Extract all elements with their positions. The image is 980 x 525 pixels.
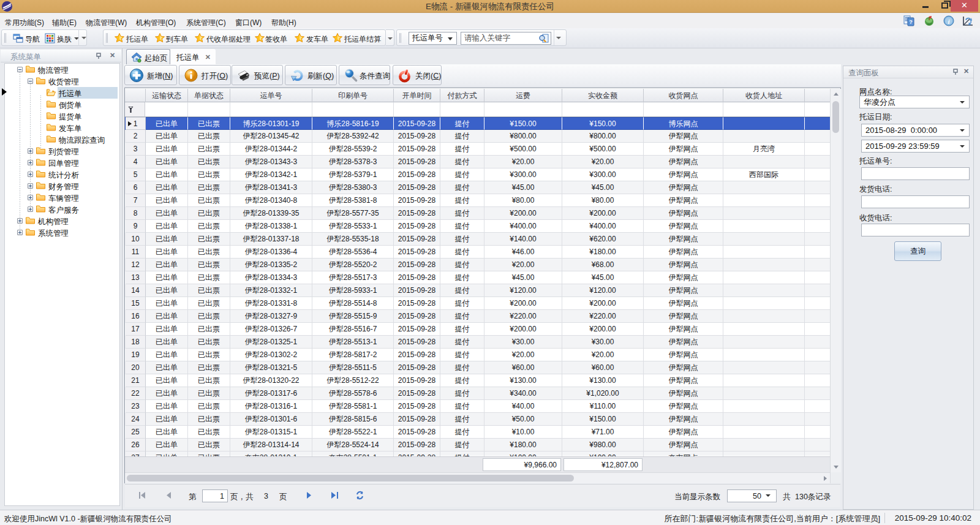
svg-text:?: ?	[909, 19, 913, 25]
